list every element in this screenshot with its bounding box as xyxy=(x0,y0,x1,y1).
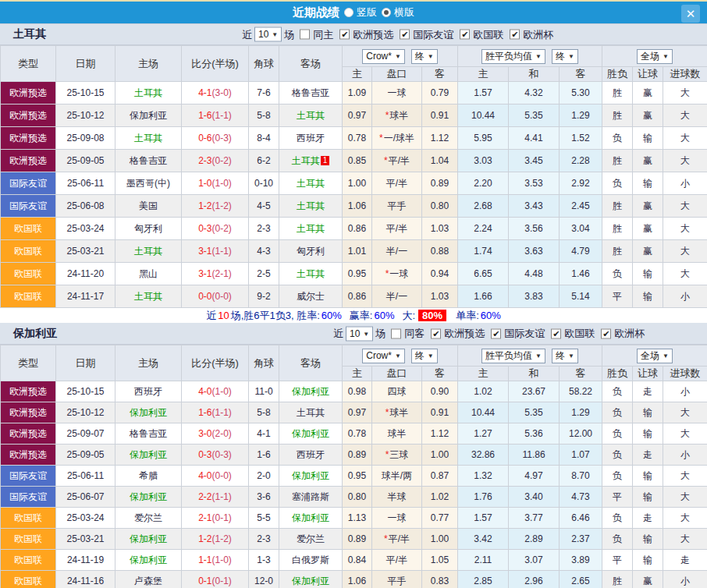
check-icon: ✔ xyxy=(461,30,468,39)
match-date: 25-06-11 xyxy=(56,172,115,195)
handicap-away-odds: 0.80 xyxy=(422,195,458,218)
radio-selected-icon[interactable] xyxy=(382,8,391,17)
home-team: 卢森堡 xyxy=(115,571,182,588)
league-checkbox[interactable]: ✔ xyxy=(431,328,441,338)
scope-select[interactable]: 全场▼ xyxy=(637,349,673,363)
league-checkbox[interactable]: ✔ xyxy=(460,30,470,40)
halftime-score: (0-3) xyxy=(212,449,232,460)
result-goals: 小 xyxy=(663,285,707,308)
handicap-home-odds: 0.97 xyxy=(343,104,372,127)
match-date: 25-09-05 xyxy=(56,445,115,466)
league-label: 欧洲预选 xyxy=(444,327,485,341)
filter-bar: 近 10 ▼ 场 ✔ 同主 ✔ 欧洲预选 ✔ 国际友谊 ✔ 欧国联 ✔ 欧洲杯 xyxy=(242,27,554,42)
col-header-result-wdl: 胜负 xyxy=(602,367,633,381)
average-type-select[interactable]: 胜平负均值▼ xyxy=(481,349,545,363)
handicap-away-odds: 1.05 xyxy=(422,550,458,571)
handicap-line-text: 球半 xyxy=(389,110,408,121)
match-type-badge: 欧洲预选 xyxy=(1,82,56,104)
match-date: 25-06-07 xyxy=(56,487,115,508)
handicap-home-odds: 0.86 xyxy=(343,285,372,308)
fulltime-score: 1-0 xyxy=(198,178,211,189)
league-checkbox[interactable]: ✔ xyxy=(491,328,501,338)
final-odds-select[interactable]: 终▼ xyxy=(411,49,438,64)
handicap-line-text: 一球 xyxy=(389,268,408,279)
league-checkbox[interactable]: ✔ xyxy=(339,30,350,40)
home-team-name: 美国 xyxy=(139,200,158,211)
layout-option-vertical[interactable]: 竖版 xyxy=(344,5,377,19)
chevron-down-icon: ▼ xyxy=(663,51,669,62)
halftime-score: (1-2) xyxy=(212,533,232,544)
away-team: 威尔士 xyxy=(279,285,343,308)
avg-draw-odds: 3.43 xyxy=(509,195,560,218)
result-handicap: 赢 xyxy=(633,104,663,127)
result-handicap: 输 xyxy=(633,263,663,285)
col-header-avg-draw: 和 xyxy=(509,67,560,82)
match-type-badge: 国际友谊 xyxy=(1,195,56,218)
handicap-home-odds: 0.98 xyxy=(343,381,372,402)
check-icon: ✔ xyxy=(602,329,609,338)
final-average-select[interactable]: 终▼ xyxy=(552,349,578,363)
away-team: 塞浦路斯 xyxy=(279,487,343,508)
home-team-name: 匈牙利 xyxy=(134,223,162,234)
final-average-select[interactable]: 终▼ xyxy=(552,49,578,64)
league-checkbox[interactable]: ✔ xyxy=(510,30,520,40)
games-count-select[interactable]: 10 ▼ xyxy=(346,326,373,341)
result-wdl: 负 xyxy=(602,381,633,402)
away-team-name: 土耳其 xyxy=(292,155,320,166)
home-team: 格鲁吉亚 xyxy=(115,150,182,172)
league-checkbox[interactable]: ✔ xyxy=(601,328,611,338)
halftime-score: (0-1) xyxy=(212,512,232,523)
games-count-select[interactable]: 10 ▼ xyxy=(254,27,282,42)
home-team-name: 保加利亚 xyxy=(130,554,167,565)
same-venue-checkbox[interactable]: ✔ xyxy=(300,30,310,40)
same-venue-label: 同主 xyxy=(313,27,333,41)
result-handicap: 输 xyxy=(633,402,663,423)
bookmaker-select[interactable]: Crow*▼ xyxy=(362,349,405,363)
result-handicap: 输 xyxy=(633,172,663,195)
result-goals: 小 xyxy=(663,172,707,195)
average-type-select[interactable]: 胜平负均值▼ xyxy=(481,49,545,64)
avg-draw-odds: 3.83 xyxy=(509,285,560,308)
col-header-date: 日期 xyxy=(56,345,115,381)
result-wdl: 负 xyxy=(602,529,633,550)
final-odds-select[interactable]: 终▼ xyxy=(411,349,438,363)
radio-unselected-icon[interactable] xyxy=(344,8,354,17)
layout-option-horizontal[interactable]: 横版 xyxy=(382,5,414,19)
match-row: 欧国联25-03-21保加利亚1-2(1-2)2-3爱尔兰0.89*平/半1.0… xyxy=(1,529,707,550)
match-score: 0-1(0-1) xyxy=(182,571,249,588)
league-checkbox[interactable]: ✔ xyxy=(400,30,410,40)
home-team-name: 保加利亚 xyxy=(130,533,167,544)
check-icon: ✔ xyxy=(341,30,348,39)
match-date: 24-11-17 xyxy=(56,285,115,308)
away-team: 保加利亚 xyxy=(279,508,343,529)
match-type-badge: 欧洲预选 xyxy=(1,150,56,172)
handicap-line-text: 平/半 xyxy=(386,223,407,234)
handicap-away-odds: 1.12 xyxy=(422,423,458,445)
away-team-name: 白俄罗斯 xyxy=(292,554,329,565)
close-button[interactable]: ✕ xyxy=(681,5,700,23)
home-team: 土耳其 xyxy=(115,127,182,150)
handicap-away-odds: 0.94 xyxy=(422,263,458,285)
league-checkbox[interactable]: ✔ xyxy=(551,328,561,338)
avg-draw-odds: 4.32 xyxy=(509,82,560,104)
corner-count: 1-3 xyxy=(249,550,279,571)
avg-draw-odds: 11.86 xyxy=(509,445,560,466)
chevron-down-icon: ▼ xyxy=(395,51,401,62)
scope-select[interactable]: 全场▼ xyxy=(637,49,673,64)
chevron-down-icon: ▼ xyxy=(363,328,369,339)
match-date: 24-11-20 xyxy=(56,263,115,285)
avg-win-odds: 1.66 xyxy=(458,285,509,308)
check-icon: ✔ xyxy=(401,30,408,39)
home-team-name: 黑山 xyxy=(139,268,158,279)
bookmaker-select[interactable]: Crow*▼ xyxy=(362,49,405,64)
match-date: 25-03-21 xyxy=(56,240,115,263)
match-date: 25-03-24 xyxy=(56,508,115,529)
away-team-name: 土耳其 xyxy=(297,200,325,211)
same-venue-checkbox[interactable]: ✔ xyxy=(391,328,401,338)
handicap-line-text: 半/一 xyxy=(386,246,407,257)
handicap-line: *一球 xyxy=(372,263,422,285)
handicap-home-odds: 1.00 xyxy=(343,172,372,195)
handicap-line: 平/半 xyxy=(372,172,422,195)
handicap-away-odds: 0.83 xyxy=(422,571,458,588)
avg-win-odds: 1.76 xyxy=(458,487,509,508)
